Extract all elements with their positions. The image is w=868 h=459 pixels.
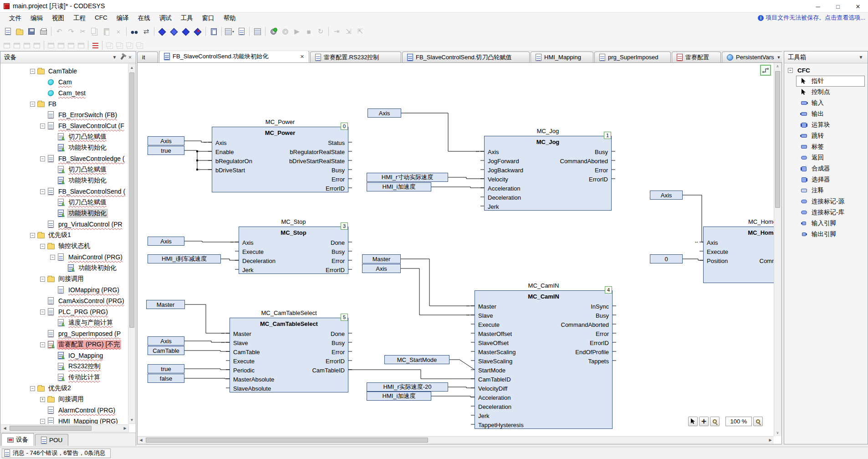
cfc-input-box[interactable]: Axis (148, 136, 184, 145)
menu-item[interactable]: 帮助 (219, 13, 240, 24)
document-tab[interactable]: prg_SuperImposed (594, 52, 671, 62)
project-notification[interactable]: i 项目文件无法被保存。点击查看选项... (758, 14, 865, 22)
generate-code-button[interactable] (180, 26, 192, 37)
tree-item[interactable]: −雷赛配置 (PRG) [不完 (1, 339, 129, 350)
single-cycle-button[interactable]: ↻ (315, 26, 327, 37)
cross-ref-button[interactable] (76, 40, 86, 50)
callstack-button[interactable] (56, 40, 66, 50)
window-dock-button[interactable] (22, 40, 32, 50)
cfc-input-box[interactable]: HMI_r实际速度-20 (367, 382, 448, 392)
toolbox-item[interactable]: 输入 (784, 98, 868, 108)
cfc-block-mc_power[interactable]: MC_PowerAxisStatusEnablebRegulatorRealSt… (212, 127, 348, 192)
cfc-input-box[interactable]: CamTable (148, 346, 184, 355)
print-button[interactable] (37, 26, 49, 37)
delete-button[interactable]: × (112, 26, 124, 37)
tree-item[interactable]: −FB_SlaveControlSend ( (1, 186, 129, 197)
tree-item[interactable]: −HMI_Mapping (PRG) (1, 416, 129, 424)
tree-item[interactable]: −轴控状态机 (1, 241, 129, 252)
cfc-block-mc_stop[interactable]: MC_StopAxisDoneExecuteBusyDecelerationEr… (239, 227, 348, 274)
collapse-icon[interactable]: − (40, 277, 45, 282)
scroll-down-icon[interactable]: ∨ (774, 429, 781, 436)
connection-mark-button[interactable] (760, 65, 771, 76)
maximize-button[interactable]: □ (828, 0, 848, 13)
step-into-button[interactable]: ⇲ (342, 26, 354, 37)
build-button[interactable]: ▾ (224, 26, 235, 37)
tab-overflow-icon[interactable]: ▼ (777, 55, 781, 60)
cfc-input-box[interactable]: 0 (650, 254, 683, 263)
toolbox-item[interactable]: 跳转 (784, 130, 868, 141)
tab-close-icon[interactable]: ✕ (300, 54, 304, 60)
start-button[interactable]: ▶ (291, 26, 303, 37)
toolbox-item[interactable]: 输入引脚 (784, 218, 868, 229)
cascade-2-button[interactable] (114, 40, 124, 50)
toolbox-item[interactable]: 合成器 (784, 163, 868, 174)
cfc-input-box[interactable]: Axis (148, 336, 184, 346)
tree-item[interactable]: Cam (1, 77, 129, 88)
toolbox-item[interactable]: 控制点 (784, 87, 868, 98)
tree-item[interactable]: 功能块初始化 (1, 142, 129, 153)
panel-menu-icon[interactable]: ▼ (111, 53, 118, 61)
tab-devices[interactable]: 设备 (1, 433, 34, 446)
collapse-icon[interactable]: − (40, 244, 45, 249)
tab-pou[interactable]: POU (35, 434, 68, 446)
minimize-button[interactable]: ─ (808, 0, 828, 13)
cfc-input-box[interactable]: HMI_i加速度 (367, 182, 431, 191)
scroll-up-icon[interactable]: ∧ (774, 63, 781, 70)
tree-item[interactable]: −FB_SlaveControlCut (F (1, 120, 129, 131)
toolbox-item[interactable]: 运算块 (784, 119, 868, 130)
collapse-icon[interactable]: − (40, 309, 45, 315)
watch-button[interactable] (66, 40, 76, 50)
document-tab[interactable]: PersistentVars▼ (722, 52, 782, 62)
cfc-block-mc_camtableselect[interactable]: MC_CamTableSelectMasterDoneSlaveBusyCamT… (230, 318, 348, 392)
tree-item[interactable]: 功能块初始化 (1, 175, 129, 186)
cfc-input-box[interactable]: HMI_i刹车减速度 (148, 254, 221, 263)
collapse-icon[interactable]: − (40, 189, 45, 194)
toolbox-item[interactable]: 输出 (784, 108, 868, 119)
cfc-block-mc_camin[interactable]: MC_CamINMasterInSyncSlaveBusyExecuteComm… (475, 290, 613, 429)
panel-close-icon[interactable]: × (126, 53, 134, 61)
collapse-icon[interactable]: − (30, 69, 35, 74)
new-file-button[interactable] (2, 26, 14, 37)
scroll-down-icon[interactable]: ▼ (128, 417, 135, 423)
boot-application-button[interactable] (235, 26, 247, 37)
tree-item[interactable]: −FB_SlaveControledge ( (1, 153, 129, 164)
recompile-button[interactable] (168, 26, 180, 37)
tree-item[interactable]: 速度与产能计算 (1, 317, 129, 328)
force-values-button[interactable] (90, 40, 100, 50)
tree-item[interactable]: −优先级1 (1, 230, 129, 241)
collapse-icon[interactable]: − (30, 386, 35, 391)
window-next-button[interactable] (12, 40, 22, 50)
menu-item[interactable]: 调试 (155, 13, 176, 24)
cfc-block-mc_home[interactable]: MC_HomeAxisDoneExecuteBusyPositionComman… (703, 227, 774, 283)
cfc-input-box[interactable]: Axis (650, 191, 683, 200)
tree-item[interactable]: −PLC_PRG (PRG) (1, 306, 129, 317)
copy-button[interactable] (89, 26, 101, 37)
login-button[interactable] (267, 26, 279, 37)
pin-icon[interactable] (118, 53, 126, 61)
tree-item[interactable]: 功能块初始化 (1, 208, 129, 219)
cfc-block-mc_jog[interactable]: MC_JogAxisBusyJogForwardCommandAbortedJo… (484, 136, 612, 211)
select-tool-button[interactable] (688, 417, 698, 426)
collapse-icon[interactable]: − (30, 102, 35, 107)
tree-item[interactable]: IOMapping (PRG) (1, 284, 129, 295)
refresh-button[interactable] (251, 26, 263, 37)
expand-icon[interactable]: + (40, 397, 45, 402)
menu-item[interactable]: CFC (90, 13, 112, 24)
tree-item[interactable]: AlarmControl (PRG) (1, 405, 129, 416)
toolbox-item[interactable]: 连接标记-库 (784, 207, 868, 218)
stop-button[interactable]: ■ (303, 26, 315, 37)
message-box[interactable]: 消息 - 746个错误，6警告，0条消息 (2, 449, 111, 458)
canvas-vertical-scrollbar[interactable]: ∧ ∨ (774, 63, 781, 436)
document-tab[interactable]: 雷赛配置 (672, 52, 721, 62)
tree-item[interactable]: −CamTable (1, 66, 129, 77)
toolbox-item[interactable]: 返回 (784, 152, 868, 163)
toolbox-item[interactable]: 连接标记-源 (784, 196, 868, 207)
tree-item[interactable]: −FB (1, 98, 129, 109)
tree-item[interactable]: −MainControl (PRG) (1, 252, 129, 263)
tree-vertical-scrollbar[interactable]: ▲ ▼ (128, 64, 135, 424)
toolbox-item[interactable]: 选择器 (784, 174, 868, 185)
document-tab[interactable]: HMI_Mapping (531, 52, 593, 62)
collapse-icon[interactable]: − (788, 68, 793, 73)
cascade-4-button[interactable] (134, 40, 144, 50)
redo-button[interactable]: ↷ (65, 26, 77, 37)
